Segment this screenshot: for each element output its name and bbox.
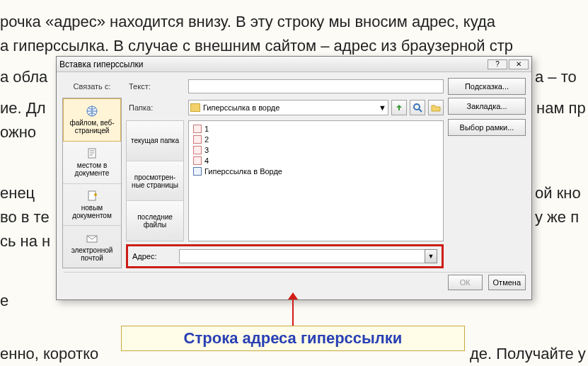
svg-point-4 bbox=[414, 104, 420, 110]
tab-recent-files[interactable]: последние файлы bbox=[127, 201, 183, 241]
tab-current-folder[interactable]: текущая папка bbox=[127, 121, 183, 161]
bookmark-button[interactable]: Закладка... bbox=[448, 98, 526, 115]
sidebar-item-place-in-doc[interactable]: местом в документе bbox=[63, 142, 121, 184]
sidebar-item-label: файлом, веб-страницей bbox=[65, 119, 119, 135]
callout-box: Строка адреса гиперссылки bbox=[121, 326, 465, 351]
display-text-input[interactable] bbox=[188, 79, 444, 93]
list-item[interactable]: Гиперссылка в Ворде bbox=[193, 166, 439, 176]
open-folder-button[interactable] bbox=[428, 100, 444, 115]
bg-line: рочка «адрес» находится внизу. В эту стр… bbox=[0, 13, 495, 31]
file-list[interactable]: 1 2 3 4 Гиперссылка в Ворде bbox=[188, 120, 444, 241]
word-doc-icon bbox=[193, 167, 202, 176]
bg-line: сь на н bbox=[0, 232, 50, 251]
chevron-down-icon: ▼ bbox=[379, 103, 386, 112]
help-button[interactable]: ? bbox=[488, 59, 507, 69]
folder-label: Папка: bbox=[126, 98, 184, 118]
list-item[interactable]: 2 bbox=[193, 134, 439, 144]
ok-button: ОК bbox=[448, 275, 483, 290]
bg-line: енец bbox=[0, 184, 35, 202]
close-button[interactable]: ✕ bbox=[509, 59, 529, 69]
file-icon bbox=[193, 146, 202, 154]
up-folder-button[interactable] bbox=[391, 100, 407, 115]
address-row-highlight: Адрес: ▼ bbox=[126, 244, 444, 268]
bg-line: во в те bbox=[0, 208, 50, 227]
list-item[interactable]: 1 bbox=[193, 123, 439, 134]
mail-icon bbox=[86, 232, 98, 245]
file-icon bbox=[193, 156, 202, 165]
bg-line: у же п bbox=[535, 208, 579, 227]
link-with-label: Связать с: bbox=[62, 78, 122, 95]
dialog-title: Вставка гиперссылки bbox=[59, 59, 486, 69]
globe-icon bbox=[86, 105, 98, 118]
address-label: Адрес: bbox=[132, 252, 179, 261]
target-frame-button[interactable]: Выбор рамки... bbox=[448, 119, 526, 136]
dialog-titlebar: Вставка гиперссылки ? ✕ bbox=[57, 57, 531, 72]
chevron-down-icon[interactable]: ▼ bbox=[425, 249, 437, 263]
list-item[interactable]: 3 bbox=[193, 144, 439, 155]
tab-browsed-pages[interactable]: просмотрен-ные страницы bbox=[127, 161, 183, 202]
text-label: Текст: bbox=[126, 78, 184, 95]
bg-line: а гиперссылка. В случае с внешним сайтом… bbox=[0, 37, 513, 55]
address-combo[interactable]: ▼ bbox=[179, 249, 437, 263]
search-icon bbox=[413, 103, 422, 113]
bg-line: нам пр bbox=[536, 99, 586, 118]
folder-icon bbox=[190, 103, 200, 112]
tooltip-button[interactable]: Подсказка... bbox=[448, 78, 526, 95]
bg-line: ожно bbox=[0, 123, 36, 142]
bookmark-icon bbox=[86, 147, 98, 160]
bg-line: а обла bbox=[0, 68, 47, 86]
list-item[interactable]: 4 bbox=[193, 155, 439, 166]
address-input[interactable] bbox=[179, 249, 425, 263]
sidebar-item-file-webpage[interactable]: файлом, веб-страницей bbox=[63, 98, 121, 142]
bg-line: а – то bbox=[535, 68, 577, 86]
bg-line: енно, коротко bbox=[0, 345, 98, 363]
divider bbox=[64, 272, 524, 273]
link-type-sidebar: файлом, веб-страницей местом в документе… bbox=[62, 98, 122, 268]
bg-line: ой кно bbox=[535, 184, 581, 202]
bg-line: де. Получайте у bbox=[470, 345, 586, 363]
browse-tabs: текущая папка просмотрен-ные страницы по… bbox=[126, 120, 184, 241]
callout-arrow bbox=[292, 297, 294, 326]
folder-value: Гиперссылка в ворде bbox=[203, 103, 379, 112]
folder-combo[interactable]: Гиперссылка в ворде ▼ bbox=[188, 100, 388, 115]
sidebar-item-email[interactable]: электронной почтой bbox=[63, 226, 121, 268]
bg-line: е bbox=[0, 292, 8, 310]
cancel-button[interactable]: Отмена bbox=[488, 275, 526, 290]
sidebar-item-new-doc[interactable]: новым документом bbox=[63, 184, 121, 227]
bg-line: ие. Дл bbox=[0, 99, 46, 118]
svg-rect-2 bbox=[88, 191, 96, 200]
sidebar-item-label: новым документом bbox=[64, 204, 120, 219]
folder-open-icon bbox=[431, 103, 441, 113]
callout-arrow-head bbox=[288, 292, 298, 299]
sidebar-item-label: местом в документе bbox=[64, 161, 120, 177]
browse-web-button[interactable] bbox=[410, 100, 425, 115]
new-doc-icon bbox=[86, 190, 98, 202]
insert-hyperlink-dialog: Вставка гиперссылки ? ✕ Связать с: Текст… bbox=[56, 56, 532, 300]
file-icon bbox=[193, 135, 202, 144]
file-icon bbox=[193, 125, 202, 133]
sidebar-item-label: электронной почтой bbox=[64, 246, 120, 262]
up-arrow-icon bbox=[394, 103, 404, 113]
